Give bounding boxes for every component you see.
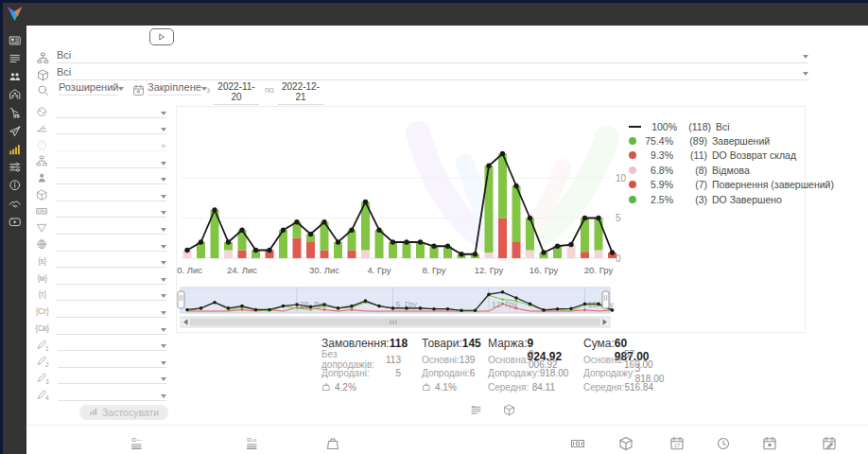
filter-select-5[interactable] [56, 171, 166, 184]
stat-column-1: Замовлення:118Без допродажів:113Допродан… [321, 337, 401, 394]
sidebar-item-warehouse[interactable] [3, 86, 26, 104]
legend-dot-swatch [629, 181, 636, 188]
date-from-label: з [206, 85, 210, 95]
warehouse-icon [9, 88, 22, 101]
info-icon [9, 179, 22, 192]
filter-select-7[interactable] [56, 204, 166, 218]
sidebar-item-sliders[interactable] [3, 158, 26, 176]
funnel-icon [35, 222, 49, 235]
svg-text:20. Гру: 20. Гру [584, 265, 614, 275]
filter-row-6 [35, 186, 166, 203]
calendar-icon [132, 83, 145, 96]
legend-item-6[interactable]: 2.5%(3)DO Завершено [629, 192, 801, 206]
filter-row-9 [35, 236, 166, 253]
product-filter-select[interactable]: Всі [57, 64, 808, 80]
send-icon [9, 125, 22, 138]
chevron-down-icon [161, 145, 166, 148]
sidebar-item-list[interactable] [3, 49, 26, 67]
date-from-field[interactable]: 2022-11-20 [214, 81, 259, 105]
sidebar-item-stats[interactable] [3, 140, 26, 158]
filter-select-8[interactable] [56, 221, 166, 235]
svg-text:5: 5 [616, 213, 621, 223]
filter-select-16[interactable] [58, 355, 166, 368]
stat-column-2: Товари:145Основні:139Допродані:64.1% [422, 337, 471, 394]
stat-row: 4.2% [321, 380, 401, 394]
id-lines-icon[interactable]: ID— [130, 436, 146, 454]
legend-item-2[interactable]: 75.4%(89)Завершений [629, 133, 801, 148]
calendar-17-icon[interactable]: 17 [669, 436, 685, 454]
banknote-icon[interactable] [570, 436, 585, 454]
video-tutorial-button[interactable] [149, 28, 174, 45]
date-to-field[interactable]: 2022-12-21 [278, 81, 323, 105]
bag-icon [321, 382, 331, 392]
stat-row: Без допродажів:113 [321, 353, 401, 367]
search-mode-value: Розширений [59, 81, 118, 93]
package-icon[interactable] [618, 436, 634, 454]
bag-icon[interactable] [325, 436, 340, 454]
filter-select-4[interactable] [56, 155, 166, 168]
legend-item-1[interactable]: 100%(118)Всі [629, 119, 801, 133]
filter-select-13[interactable] [56, 305, 166, 318]
filter-select-17[interactable] [58, 371, 166, 384]
list-icon [9, 52, 22, 65]
filter-select-15[interactable] [58, 338, 166, 351]
filter-select-6[interactable] [56, 188, 166, 201]
bag-icon [422, 382, 431, 392]
legend-dot-swatch [629, 196, 636, 203]
chevron-down-icon [161, 228, 166, 232]
left-accent-line [0, 0, 3, 454]
stat-column-4: Сума:60 987.00Основна:57 169.00Допродажу… [583, 337, 653, 394]
apply-button[interactable]: Застосувати [79, 405, 168, 420]
filter-select-2[interactable] [56, 121, 166, 134]
apply-button-label: Застосувати [102, 407, 159, 418]
legend-count: (7) [680, 179, 707, 190]
stat-column-3: Маржа:9 924.92Основна:9 006.92Допродажу:… [488, 337, 555, 394]
braces-glyph: {s} [35, 256, 49, 266]
filter-select-1[interactable] [56, 105, 166, 118]
filter-select-9[interactable] [56, 238, 166, 252]
chevron-down-icon [803, 55, 808, 59]
svg-text:ID-o: ID-o [247, 437, 256, 443]
search-mode-select[interactable]: Розширений [59, 79, 118, 96]
partners-icon [9, 198, 22, 211]
dashboard-icon [9, 34, 22, 47]
filter-select-18[interactable] [58, 388, 166, 401]
legend-item-3[interactable]: 9.3%(11)DO Возврат склад [629, 148, 801, 163]
legend-item-4[interactable]: 6.8%(8)Відмова [629, 163, 801, 177]
legend-item-5[interactable]: 5.9%(7)Повернення (завершений) [629, 178, 801, 192]
stat-row: Допродані:6 [422, 367, 471, 381]
view-toggle-list-view[interactable] [470, 404, 482, 416]
view-toggle-cube-view[interactable] [503, 404, 515, 416]
filter-select-11[interactable] [56, 271, 166, 285]
sidebar-item-info[interactable] [3, 177, 26, 195]
legend-count: (11) [680, 149, 707, 161]
globe-icon [35, 106, 49, 118]
sidebar-item-partners[interactable] [3, 195, 26, 213]
chevron-down-icon [161, 328, 166, 332]
status-filter-select[interactable]: Всі [57, 47, 808, 63]
clock-icon[interactable] [716, 436, 731, 454]
trolley-icon [9, 107, 22, 120]
filter-column: ?{s}{м}{т}{Ст}{Св}1234 [35, 103, 166, 403]
chevron-down-icon [161, 278, 166, 282]
braces-glyph: {Ст} [35, 306, 49, 316]
top-accent-line [0, 0, 868, 3]
calendar-in-icon[interactable] [762, 436, 777, 454]
sidebar-item-send[interactable] [3, 122, 26, 140]
filter-select-14[interactable] [56, 322, 166, 335]
sidebar-item-video[interactable] [3, 213, 26, 231]
sidebar-item-users[interactable] [3, 67, 26, 85]
period-select[interactable]: Закріплене [148, 79, 201, 96]
filter-select-10[interactable] [56, 254, 166, 268]
sidebar-item-dashboard[interactable] [3, 31, 26, 49]
legend-label: Відмова [712, 165, 750, 176]
cube-view-icon [503, 404, 515, 416]
app-logo[interactable] [5, 4, 25, 24]
filter-row-4 [35, 153, 166, 170]
legend-count: (8) [680, 165, 707, 176]
id-o-lines-icon[interactable]: ID-o [246, 436, 261, 454]
filter-row-17: 3 [35, 370, 166, 387]
sidebar-item-trolley[interactable] [3, 104, 26, 122]
calendar-edit-icon[interactable] [822, 436, 837, 454]
filter-select-12[interactable] [56, 288, 166, 301]
